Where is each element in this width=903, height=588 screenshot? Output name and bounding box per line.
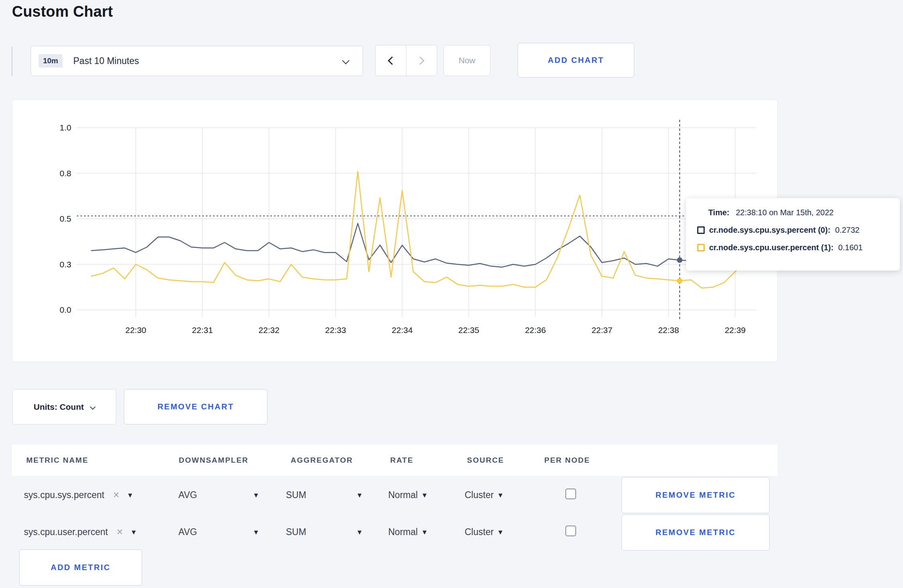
downsampler-value: AVG xyxy=(178,527,197,537)
caret-down-icon: ▾ xyxy=(254,491,258,499)
caret-down-icon: ▾ xyxy=(422,528,426,536)
tooltip-series-value: 0.1601 xyxy=(838,243,862,252)
col-header-source: SOURCE xyxy=(467,445,504,476)
rate-value: Normal xyxy=(388,490,418,500)
tooltip-series-name: cr.node.sys.cpu.sys.percent (0): xyxy=(709,226,831,235)
source-select[interactable]: Cluster ▾ xyxy=(465,521,502,543)
svg-text:0.8: 0.8 xyxy=(60,169,71,178)
tooltip-series-value: 0.2732 xyxy=(835,226,860,235)
toolbar-divider xyxy=(12,47,12,76)
svg-text:0.5: 0.5 xyxy=(60,214,71,223)
col-header-rate: RATE xyxy=(390,445,413,476)
remove-chart-button[interactable]: REMOVE CHART xyxy=(124,389,268,424)
time-range-label: Past 10 Minutes xyxy=(73,56,139,66)
units-label: Units: Count xyxy=(34,402,84,412)
time-range-select[interactable]: 10m Past 10 Minutes xyxy=(31,46,363,76)
metric-name-select[interactable]: sys.cpu.sys.percent × ▾ xyxy=(24,484,132,506)
time-range-badge: 10m xyxy=(39,54,63,68)
units-select[interactable]: Units: Count xyxy=(12,389,116,424)
tooltip-time-label: Time: xyxy=(708,208,729,217)
svg-text:1.0: 1.0 xyxy=(60,123,71,132)
svg-text:0.3: 0.3 xyxy=(60,260,71,269)
caret-down-icon: ▾ xyxy=(254,528,258,536)
remove-metric-button[interactable]: REMOVE METRIC xyxy=(622,477,770,513)
svg-text:22:30: 22:30 xyxy=(125,325,147,335)
chevron-down-icon xyxy=(342,57,349,64)
remove-metric-button[interactable]: REMOVE METRIC xyxy=(622,514,770,551)
metric-name-value: sys.cpu.user.percent xyxy=(24,527,108,537)
caret-down-icon: ▾ xyxy=(358,528,362,536)
downsampler-select[interactable]: AVG ▾ xyxy=(178,521,258,543)
chevron-left-icon xyxy=(388,56,396,64)
caret-down-icon: ▾ xyxy=(128,491,132,499)
aggregator-select[interactable]: SUM ▾ xyxy=(286,484,362,506)
col-header-per-node: PER NODE xyxy=(544,445,590,476)
rate-value: Normal xyxy=(388,527,418,537)
tooltip-series-name: cr.node.sys.cpu.user.percent (1): xyxy=(709,243,833,252)
add-metric-button[interactable]: ADD METRIC xyxy=(19,549,142,586)
svg-text:22:39: 22:39 xyxy=(725,325,746,335)
svg-text:22:35: 22:35 xyxy=(458,325,479,335)
clear-metric-icon[interactable]: × xyxy=(117,527,123,537)
col-header-downsampler: DOWNSAMPLER xyxy=(179,445,248,476)
svg-text:22:31: 22:31 xyxy=(192,325,213,335)
col-header-aggregator: AGGREGATOR xyxy=(291,445,353,476)
chevron-down-icon xyxy=(90,404,96,409)
per-node-checkbox[interactable] xyxy=(565,489,576,499)
aggregator-select[interactable]: SUM ▾ xyxy=(286,521,362,543)
svg-text:22:37: 22:37 xyxy=(592,325,613,335)
downsampler-select[interactable]: AVG ▾ xyxy=(178,484,258,506)
metric-name-select[interactable]: sys.cpu.user.percent × ▾ xyxy=(24,521,136,543)
chart-card: 1.00.80.50.30.022:3022:3122:3222:3322:34… xyxy=(12,99,778,362)
caret-down-icon: ▾ xyxy=(498,528,502,536)
chart-tooltip: Time: 22:38:10 on Mar 15th, 2022 cr.node… xyxy=(686,198,900,271)
time-nav-group xyxy=(375,45,437,76)
aggregator-value: SUM xyxy=(286,490,306,500)
user-series-legend-icon xyxy=(697,244,705,251)
source-value: Cluster xyxy=(465,490,494,500)
svg-text:22:38: 22:38 xyxy=(658,325,679,335)
caret-down-icon: ▾ xyxy=(132,528,136,536)
svg-text:22:32: 22:32 xyxy=(258,325,280,335)
svg-text:22:34: 22:34 xyxy=(392,325,413,335)
rate-select[interactable]: Normal ▾ xyxy=(388,521,426,543)
sys-series-legend-icon xyxy=(697,226,705,234)
downsampler-value: AVG xyxy=(178,490,197,500)
rate-select[interactable]: Normal ▾ xyxy=(388,484,426,506)
custom-chart-page: Custom Chart 10m Past 10 Minutes Now ADD… xyxy=(0,0,903,588)
aggregator-value: SUM xyxy=(286,527,306,537)
svg-text:22:36: 22:36 xyxy=(525,325,546,335)
metric-name-value: sys.cpu.sys.percent xyxy=(24,490,104,500)
svg-text:0.0: 0.0 xyxy=(60,305,71,314)
metrics-table-header: METRIC NAME DOWNSAMPLER AGGREGATOR RATE … xyxy=(12,445,778,476)
tooltip-time-value: 22:38:10 on Mar 15th, 2022 xyxy=(736,208,834,217)
cpu-usage-chart[interactable]: 1.00.80.50.30.022:3022:3122:3222:3322:34… xyxy=(12,100,778,362)
next-time-button[interactable] xyxy=(406,45,437,76)
page-title: Custom Chart xyxy=(12,3,113,20)
col-header-metric-name: METRIC NAME xyxy=(26,445,88,476)
add-chart-button[interactable]: ADD CHART xyxy=(518,43,634,78)
caret-down-icon: ▾ xyxy=(498,491,502,499)
now-button[interactable]: Now xyxy=(444,45,491,76)
caret-down-icon: ▾ xyxy=(422,491,426,499)
source-value: Cluster xyxy=(465,527,494,537)
per-node-checkbox[interactable] xyxy=(565,526,576,536)
source-select[interactable]: Cluster ▾ xyxy=(465,484,502,506)
caret-down-icon: ▾ xyxy=(358,491,362,499)
clear-metric-icon[interactable]: × xyxy=(113,490,119,500)
prev-time-button[interactable] xyxy=(375,45,406,76)
chevron-right-icon xyxy=(416,56,424,64)
svg-text:22:33: 22:33 xyxy=(325,325,346,335)
